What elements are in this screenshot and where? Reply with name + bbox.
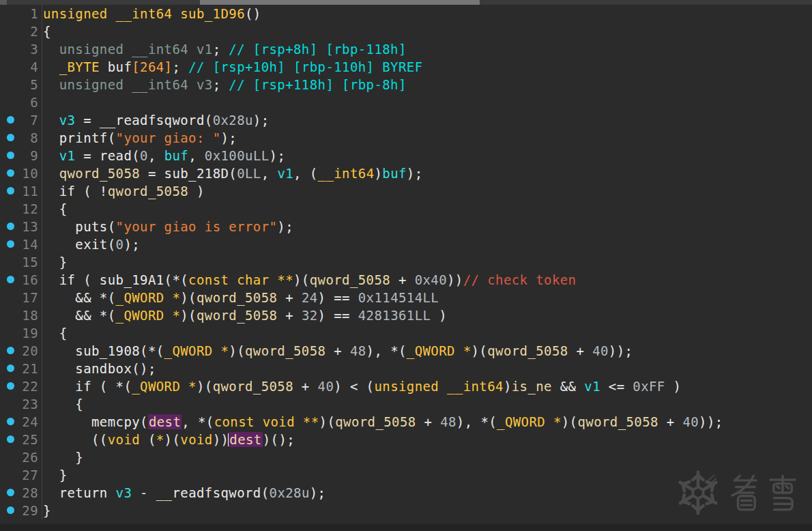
scrollbar-thumb[interactable] <box>200 0 480 5</box>
code-line[interactable]: 12 { <box>0 200 812 218</box>
breakpoint-dot[interactable] <box>7 187 14 195</box>
breakpoint-dot[interactable] <box>7 382 14 390</box>
code-token: { <box>43 397 83 412</box>
breakpoint-dot[interactable] <box>7 223 14 230</box>
code-line[interactable]: 13 puts("your giao is error"); <box>0 218 812 235</box>
code-line[interactable]: 2{ <box>0 23 812 40</box>
code-token: unsigned __int64 <box>374 379 503 394</box>
code-token: ) <box>188 184 205 199</box>
kanxue-char-xue-icon <box>768 474 797 511</box>
code-token: ) <box>374 166 382 181</box>
code-token: const char ** <box>188 272 293 287</box>
breakpoint-dot-empty <box>7 81 14 88</box>
code-token: + <box>658 414 683 429</box>
code-line[interactable]: 20 sub_1908(*(_QWORD *)(qword_5058 + 48)… <box>0 342 812 360</box>
code-token: qword_5058 <box>487 343 568 358</box>
code-line[interactable]: 15 } <box>0 253 812 271</box>
code-token: unsigned __int64 sub_1D96 <box>43 6 245 21</box>
code-token: ) == <box>318 290 358 305</box>
code-token: // [rsp+8h] [rbp-118h] <box>229 42 406 57</box>
code-line[interactable]: 16 if ( sub_19A1(*(const char **)(qword_… <box>0 271 812 289</box>
code-line[interactable]: 1unsigned __int64 sub_1D96() <box>0 5 812 23</box>
code-token: [264] <box>132 59 172 74</box>
code-line[interactable]: 6 <box>0 94 812 111</box>
code-line[interactable]: 7 v3 = __readfsqword(0x28u); <box>0 111 812 129</box>
code-token: 0x28u <box>270 485 310 500</box>
code-line[interactable]: 9 v1 = read(0, buf, 0x100uLL); <box>0 147 812 164</box>
code-line[interactable]: 26 } <box>0 448 812 466</box>
code-line[interactable]: 23 { <box>0 395 812 413</box>
gutter: 6 <box>0 94 42 111</box>
pseudocode-editor[interactable]: 1unsigned __int64 sub_1D96()2{3 unsigned… <box>0 5 812 524</box>
code-text: sandbox(); <box>42 360 156 377</box>
breakpoint-dot-empty <box>7 10 14 17</box>
code-token: _QWORD * <box>164 343 229 358</box>
code-token: ) < ( <box>334 379 374 394</box>
breakpoint-dot[interactable] <box>7 489 14 496</box>
breakpoint-dot[interactable] <box>7 276 14 283</box>
code-text: { <box>42 23 51 40</box>
gutter: 15 <box>0 253 42 271</box>
breakpoint-dot[interactable] <box>7 435 14 443</box>
gutter: 5 <box>0 76 42 94</box>
code-line[interactable]: 25 ((void (*)(void))dest)(); <box>0 431 812 448</box>
breakpoint-dot-empty <box>7 329 14 336</box>
code-text: } <box>42 253 68 271</box>
code-token: - <box>132 485 156 500</box>
breakpoint-dot[interactable] <box>7 506 14 514</box>
code-token: )( <box>197 379 213 394</box>
code-token: unsigned __int64 v3 <box>43 77 213 92</box>
code-line[interactable]: 17 && *(_QWORD *)(qword_5058 + 24) == 0x… <box>0 289 812 306</box>
breakpoint-dot[interactable] <box>7 169 14 177</box>
code-token: qword_5058 <box>577 414 658 429</box>
breakpoint-dot[interactable] <box>7 347 14 354</box>
code-line[interactable]: 8 printf("your giao: "); <box>0 129 812 147</box>
code-text: } <box>42 448 83 466</box>
breakpoint-dot[interactable] <box>7 116 14 124</box>
code-token: )( <box>472 343 488 358</box>
code-text: qword_5058 = sub_218D(0LL, v1, (__int64)… <box>42 164 423 182</box>
code-token: // check token <box>463 272 577 287</box>
code-token: _QWORD * <box>132 379 197 394</box>
code-area: 1unsigned __int64 sub_1D96()2{3 unsigned… <box>0 5 812 519</box>
code-token: ); <box>124 237 140 252</box>
code-token: <= <box>600 379 633 394</box>
code-token: , ( <box>293 166 318 181</box>
code-line[interactable]: 22 if ( *(_QWORD *)(qword_5058 + 40) < (… <box>0 377 812 395</box>
breakpoint-dot[interactable] <box>7 240 14 248</box>
breakpoint-dot-empty <box>7 453 14 461</box>
code-line[interactable]: 24 memcpy(dest, *(const void **)(qword_5… <box>0 413 812 431</box>
code-token: v1 <box>277 166 293 181</box>
highlighted-identifier: dest <box>148 414 182 429</box>
horizontal-scrollbar[interactable] <box>0 0 812 5</box>
code-line[interactable]: 21 sandbox(); <box>0 360 812 377</box>
code-line[interactable]: 11 if ( !qword_5058 ) <box>0 182 812 200</box>
breakpoint-dot[interactable] <box>7 152 14 159</box>
code-line[interactable]: 5 unsigned __int64 v3; // [rsp+118h] [rb… <box>0 76 812 94</box>
breakpoint-dot-empty <box>7 205 14 212</box>
code-token: 40 <box>592 343 609 358</box>
gutter: 14 <box>0 235 42 253</box>
gutter: 8 <box>0 129 42 147</box>
breakpoint-dot-empty <box>7 258 14 266</box>
code-line[interactable]: 3 unsigned __int64 v1; // [rsp+8h] [rbp-… <box>0 40 812 58</box>
code-text: exit(0); <box>42 235 140 253</box>
code-line[interactable]: 14 exit(0); <box>0 235 812 253</box>
code-text: v1 = read(0, buf, 0x100uLL); <box>42 147 285 164</box>
code-line[interactable]: 19 { <box>0 324 812 342</box>
gutter: 13 <box>0 218 42 235</box>
code-line[interactable]: 10 qword_5058 = sub_218D(0LL, v1, (__int… <box>0 164 812 182</box>
code-line[interactable]: 4 _BYTE buf[264]; // [rsp+10h] [rbp-110h… <box>0 58 812 76</box>
code-token: exit( <box>43 237 116 252</box>
code-token: ) <box>431 308 447 323</box>
gutter: 28 <box>0 484 42 502</box>
code-token: buf <box>108 59 132 74</box>
breakpoint-dot[interactable] <box>7 364 14 372</box>
code-line[interactable]: 18 && *(_QWORD *)(qword_5058 + 32) == 42… <box>0 306 812 324</box>
breakpoint-dot[interactable] <box>7 418 14 425</box>
code-text: return v3 - __readfsqword(0x28u); <box>42 484 325 502</box>
code-token: sub_1908(*( <box>43 343 164 358</box>
breakpoint-dot-empty <box>7 98 14 106</box>
code-token: = sub_218D( <box>140 166 237 181</box>
breakpoint-dot[interactable] <box>7 134 14 141</box>
